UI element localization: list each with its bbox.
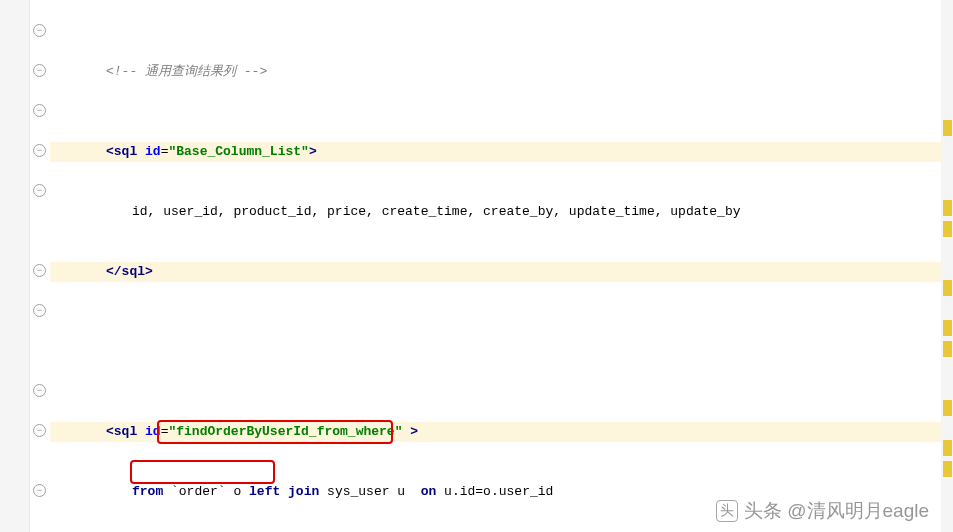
xml-attr-value: "Base_Column_List" xyxy=(168,144,308,159)
fold-toggle-icon[interactable] xyxy=(33,424,46,437)
warn-marker[interactable] xyxy=(943,221,952,237)
sql-keyword: from xyxy=(132,484,163,499)
fold-toggle-icon[interactable] xyxy=(33,104,46,117)
watermark: 头 头条 @清风明月eagle xyxy=(716,498,929,524)
warn-marker[interactable] xyxy=(943,200,952,216)
fold-toggle-icon[interactable] xyxy=(33,184,46,197)
xml-close-tag: </sql> xyxy=(106,264,153,279)
marker-strip xyxy=(941,0,953,532)
fold-toggle-icon[interactable] xyxy=(33,484,46,497)
fold-column xyxy=(30,0,50,532)
xml-tag: <sql xyxy=(106,144,145,159)
code-area[interactable]: <!-- 通用查询结果列 --> <sql id="Base_Column_Li… xyxy=(50,0,953,532)
xml-attr-value: "findOrderByUserId_from_where" xyxy=(168,424,402,439)
line-gutter xyxy=(0,0,30,532)
fold-toggle-icon[interactable] xyxy=(33,64,46,77)
warn-marker[interactable] xyxy=(943,120,952,136)
xml-attr-name: id xyxy=(145,144,161,159)
xml-comment: <!-- 通用查询结果列 --> xyxy=(106,64,267,79)
warn-marker[interactable] xyxy=(943,461,952,477)
fold-toggle-icon[interactable] xyxy=(33,24,46,37)
warn-marker[interactable] xyxy=(943,400,952,416)
warn-marker[interactable] xyxy=(943,341,952,357)
fold-toggle-icon[interactable] xyxy=(33,264,46,277)
warn-marker[interactable] xyxy=(943,280,952,296)
code-editor: <!-- 通用查询结果列 --> <sql id="Base_Column_Li… xyxy=(0,0,953,532)
sql-columns: id, user_id, product_id, price, create_t… xyxy=(132,204,741,219)
xml-tag: <sql xyxy=(106,424,145,439)
sql-keyword: join xyxy=(280,484,319,499)
xml-attr-name: id xyxy=(145,424,161,439)
sql-keyword: left xyxy=(249,484,280,499)
watermark-icon: 头 xyxy=(716,500,738,522)
annotation-box xyxy=(130,460,275,484)
sql-keyword: on xyxy=(421,484,437,499)
warn-marker[interactable] xyxy=(943,320,952,336)
watermark-text: 头条 @清风明月eagle xyxy=(744,498,929,524)
fold-toggle-icon[interactable] xyxy=(33,144,46,157)
warn-marker[interactable] xyxy=(943,440,952,456)
fold-toggle-icon[interactable] xyxy=(33,304,46,317)
fold-toggle-icon[interactable] xyxy=(33,384,46,397)
